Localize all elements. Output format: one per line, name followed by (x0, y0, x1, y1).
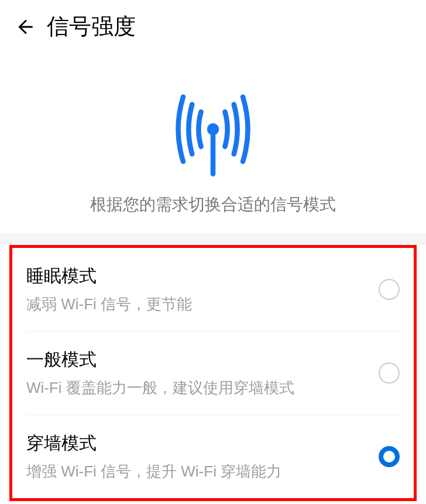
options-container: 睡眠模式 减弱 Wi-Fi 信号，更节能 一般模式 Wi-Fi 覆盖能力一般，建… (9, 245, 417, 501)
hero-subtitle: 根据您的需求切换合适的信号模式 (90, 194, 336, 216)
radio-unselected-icon[interactable] (379, 363, 400, 384)
option-title: 穿墙模式 (26, 431, 367, 455)
option-wall-mode[interactable]: 穿墙模式 增强 Wi-Fi 信号，提升 Wi-Fi 穿墙能力 (12, 415, 414, 498)
option-normal-mode[interactable]: 一般模式 Wi-Fi 覆盖能力一般，建议使用穿墙模式 (12, 332, 414, 415)
page-container: 信号强度 根据您的需求切换合适的信号模式 (0, 0, 426, 504)
signal-antenna-icon (160, 77, 266, 182)
option-text: 睡眠模式 减弱 Wi-Fi 信号，更节能 (26, 264, 367, 315)
option-text: 一般模式 Wi-Fi 覆盖能力一般，建议使用穿墙模式 (26, 348, 367, 398)
option-title: 睡眠模式 (26, 264, 367, 288)
option-sleep-mode[interactable]: 睡眠模式 减弱 Wi-Fi 信号，更节能 (12, 248, 414, 331)
header-bar: 信号强度 (0, 0, 426, 53)
radio-unselected-icon[interactable] (379, 279, 400, 300)
option-description: 增强 Wi-Fi 信号，提升 Wi-Fi 穿墙能力 (26, 461, 367, 482)
section-gap (0, 233, 426, 245)
option-description: Wi-Fi 覆盖能力一般，建议使用穿墙模式 (26, 378, 367, 398)
option-description: 减弱 Wi-Fi 信号，更节能 (26, 294, 367, 315)
option-text: 穿墙模式 增强 Wi-Fi 信号，提升 Wi-Fi 穿墙能力 (26, 431, 367, 482)
radio-selected-icon[interactable] (379, 446, 400, 467)
page-title: 信号强度 (47, 12, 136, 42)
option-title: 一般模式 (26, 348, 367, 372)
hero-section: 根据您的需求切换合适的信号模式 (0, 53, 426, 233)
back-icon[interactable] (14, 15, 37, 39)
